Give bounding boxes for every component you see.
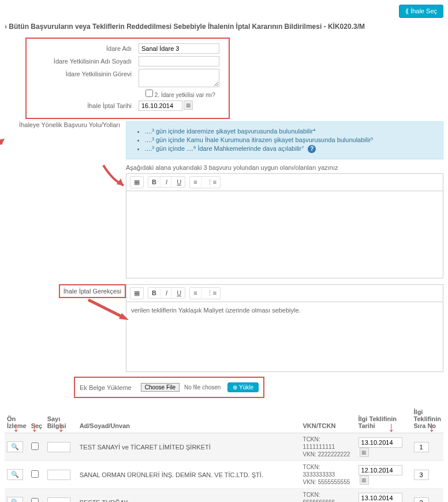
th-sayi: Sayı Bilgisi	[45, 405, 77, 433]
table-icon[interactable]: ▦	[130, 288, 143, 299]
th-vkn: VKN/TCKN	[301, 405, 356, 433]
preview-button[interactable]: 🔍	[7, 441, 23, 452]
bold-button[interactable]: B	[148, 177, 160, 187]
editor-content[interactable]	[126, 191, 443, 278]
italic-button[interactable]: I	[162, 177, 171, 187]
select-checkbox[interactable]	[31, 442, 39, 450]
calendar-icon[interactable]: ▦	[360, 448, 369, 457]
vkn-cell: TCKN: 1111111111VKN: 2222222222	[301, 433, 356, 461]
list-ol-button[interactable]: ≡	[190, 177, 201, 187]
ikinci-yetkili-label: 2. İdare yetkilisi var mı?	[155, 92, 215, 98]
th-sira: İlgi Teklifinin Sıra No	[412, 405, 443, 433]
unvan-cell: TEST SANAYİ ve TİCARET LİMİTED ŞİRKETİ	[77, 433, 301, 461]
choose-file-button[interactable]: Choose File	[141, 383, 180, 392]
editor-toolbar: ▦ B I U ≡ ⋮≡	[126, 174, 443, 191]
th-tarih: İlgi Teklifinin Tarihi	[356, 405, 412, 433]
form-section: İdare Adı İdare Yetkilisinin Adı Soyadı …	[25, 38, 230, 119]
yetkili-adi-label: İdare Yetkilisinin Adı Soyadı	[29, 56, 139, 65]
editor-gerekce: ▦ B I U ≡ ⋮≡ verilen tekliflerin Yaklaşı…	[126, 284, 443, 372]
calendar-icon[interactable]: ▦	[184, 101, 193, 110]
info-item: ....³ gün içinde Kamu İhale Kurumuna iti…	[145, 136, 436, 144]
list-ol-button[interactable]: ≡	[190, 288, 201, 298]
table-row: 🔍SANAL ORMAN ÜRÜNLERİ İNŞ. DEMİR SAN. VE…	[5, 461, 443, 489]
iptal-tarih-input[interactable]	[139, 101, 182, 111]
sira-input[interactable]	[414, 442, 429, 452]
sayi-input[interactable]	[47, 470, 70, 480]
table-icon[interactable]: ▦	[130, 177, 143, 188]
bold-button[interactable]: B	[148, 288, 160, 298]
sira-input[interactable]	[414, 470, 429, 480]
unvan-cell: SANAL ORMAN ÜRÜNLERİ İNŞ. DEMİR SAN. VE …	[77, 461, 301, 489]
tarih-input[interactable]	[359, 437, 402, 448]
info-item: ....³ gün içinde idaremize şikayet başvu…	[145, 128, 436, 135]
select-checkbox[interactable]	[31, 498, 39, 502]
sayi-input[interactable]	[47, 497, 70, 502]
help-icon[interactable]: ?	[308, 145, 316, 153]
list-ul-button[interactable]: ⋮≡	[203, 177, 220, 188]
ikinci-yetkili-checkbox[interactable]	[145, 90, 153, 97]
list-ul-button[interactable]: ⋮≡	[203, 288, 220, 299]
upload-label: Ek Belge Yükleme	[80, 384, 132, 391]
yetkili-gorev-input[interactable]	[139, 69, 219, 87]
tarih-input[interactable]	[359, 465, 402, 475]
page-title: Bütün Başvuruların veya Tekliflerin Redd…	[5, 23, 443, 31]
ihale-sec-button[interactable]: ⟪ İhale Seç	[399, 5, 443, 18]
th-unvan: Ad/Soyad/Unvan	[77, 405, 301, 433]
iptal-gerekce-label: İhale İptal Gerekçesi	[59, 284, 126, 298]
idare-adi-input[interactable]	[139, 43, 219, 54]
vkn-cell: TCKN: 3333333333VKN: 5555555555	[301, 461, 356, 489]
table-row: 🔍TEST SANAYİ ve TİCARET LİMİTED ŞİRKETİT…	[5, 433, 443, 461]
tarih-input[interactable]	[359, 493, 402, 502]
select-checkbox[interactable]	[31, 470, 39, 478]
instruction-text: Aşağıdaki alana yukarıdaki 3 başvuru yol…	[126, 164, 443, 171]
sira-input[interactable]	[414, 497, 429, 502]
calendar-icon[interactable]: ▦	[360, 475, 369, 485]
preview-button[interactable]: 🔍	[7, 497, 23, 502]
annotation-arrow-icon	[85, 297, 132, 326]
yetkili-adi-input[interactable]	[139, 56, 219, 66]
basvuru-yolu-label: İhaleye Yönelik Başvuru Yolu/Yolları	[5, 121, 126, 128]
unvan-cell: BESTE TURĞAY	[77, 489, 301, 502]
editor-basvuru: ▦ B I U ≡ ⋮≡	[126, 173, 443, 278]
editor-content[interactable]: verilen tekliflerin Yaklaşık Maliyet üze…	[126, 302, 443, 371]
th-on-izleme: Ön İzleme	[5, 405, 29, 433]
yetkili-gorev-label: İdare Yetkilisinin Görevi	[29, 69, 139, 77]
underline-button[interactable]: U	[173, 288, 185, 298]
vkn-cell: TCKN: 6666666666VKN: 4444444444	[301, 489, 356, 502]
iptal-tarih-label: İhale İptal Tarihi	[29, 101, 139, 109]
info-box: ....³ gün içinde idaremize şikayet başvu…	[126, 121, 443, 159]
sayi-input[interactable]	[47, 442, 70, 452]
preview-button[interactable]: 🔍	[7, 469, 23, 480]
upload-section: Ek Belge Yükleme Choose File No file cho…	[74, 377, 264, 398]
th-sec: Seç	[29, 405, 45, 433]
editor-toolbar: ▦ B I U ≡ ⋮≡	[126, 285, 443, 302]
underline-button[interactable]: U	[173, 177, 185, 187]
table-row: 🔍BESTE TURĞAYTCKN: 6666666666VKN: 444444…	[5, 489, 443, 502]
info-item: ....³ gün içinde ....⁶ İdare Mahkemeleri…	[145, 145, 436, 153]
data-table: Ön İzleme Seç Sayı Bilgisi Ad/Soyad/Unva…	[5, 405, 443, 502]
upload-button[interactable]: ⊕ Yükle	[227, 382, 259, 392]
no-file-text: No file chosen	[184, 384, 221, 391]
svg-marker-0	[0, 139, 5, 144]
idare-adi-label: İdare Adı	[29, 43, 139, 52]
italic-button[interactable]: I	[162, 288, 171, 298]
